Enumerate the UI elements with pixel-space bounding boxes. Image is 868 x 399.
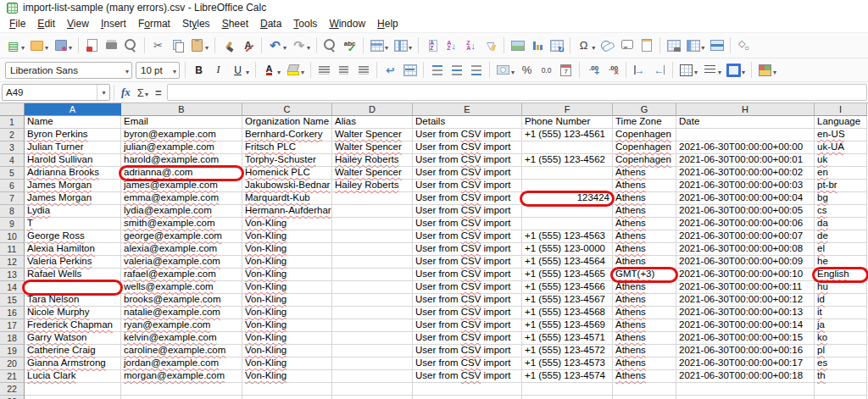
cell-G1[interactable]: Time Zone bbox=[613, 116, 676, 129]
redo-button[interactable] bbox=[290, 37, 312, 54]
cell-B10[interactable]: george@example.com bbox=[121, 230, 242, 243]
cell-A5[interactable]: Adrianna Brooks bbox=[25, 167, 121, 180]
cell-D15[interactable] bbox=[332, 294, 413, 307]
cell-B6[interactable]: james@example.com bbox=[121, 180, 242, 192]
cell-B5[interactable]: adrianna@.com bbox=[121, 167, 242, 180]
cut-button[interactable] bbox=[149, 37, 167, 53]
hyperlink-button[interactable] bbox=[598, 37, 616, 53]
cell-F3[interactable] bbox=[522, 141, 613, 154]
cell-C21[interactable]: Von-Kling bbox=[242, 370, 332, 383]
cell-F1[interactable]: Phone Number bbox=[522, 116, 613, 129]
cell-C11[interactable]: Von-Kling bbox=[242, 243, 332, 256]
cell-E23[interactable] bbox=[413, 396, 522, 399]
cell-A16[interactable]: Nicole Murphy bbox=[25, 307, 121, 319]
cell-A21[interactable]: Lucia Clark bbox=[25, 370, 121, 383]
name-box[interactable]: A49 bbox=[2, 84, 110, 101]
cell-C3[interactable]: Fritsch PLC bbox=[242, 141, 332, 154]
cell-B3[interactable]: julian@example.com bbox=[121, 141, 242, 154]
cell-G14[interactable]: Athens bbox=[613, 281, 676, 294]
cell-D13[interactable] bbox=[332, 269, 413, 281]
cell-A1[interactable]: Name bbox=[25, 116, 121, 129]
insert-image-button[interactable] bbox=[509, 37, 526, 53]
cell-B19[interactable]: caroline@example.com bbox=[121, 345, 242, 357]
cell-C13[interactable]: Von-Kling bbox=[242, 269, 332, 281]
cell-B13[interactable]: rafael@example.com bbox=[121, 269, 242, 281]
cell-F20[interactable]: +1 (555) 123-4573 bbox=[522, 357, 613, 370]
cell-H14[interactable]: 2021-06-30T00:00:00+00:11 bbox=[676, 281, 815, 294]
cell-G16[interactable]: Athens bbox=[613, 307, 676, 319]
headers-footers-button[interactable] bbox=[637, 37, 655, 53]
save-dropdown[interactable] bbox=[68, 38, 72, 53]
cell-C2[interactable]: Bernhard-Corkery bbox=[242, 129, 332, 141]
cell-F16[interactable]: +1 (555) 123-4568 bbox=[522, 307, 613, 319]
row-header-3[interactable]: 3 bbox=[0, 141, 25, 154]
cell-I7[interactable]: bg bbox=[815, 192, 867, 205]
increase-indent-button[interactable] bbox=[631, 62, 648, 78]
cell-A6[interactable]: James Morgan bbox=[25, 180, 121, 192]
cell-E10[interactable]: User from CSV import bbox=[413, 230, 522, 243]
cell-B14[interactable]: wells@example.com bbox=[121, 281, 242, 294]
cell-D20[interactable] bbox=[332, 357, 413, 370]
cell-H6[interactable]: 2021-06-30T00:00:00+00:03 bbox=[676, 180, 815, 192]
merge-cells-button[interactable] bbox=[401, 62, 419, 78]
cell-C12[interactable]: Von-Kling bbox=[242, 256, 332, 269]
cell-A7[interactable]: James Morgan bbox=[25, 192, 121, 205]
cell-I12[interactable]: he bbox=[815, 256, 867, 269]
select-function-dropdown[interactable] bbox=[144, 86, 148, 99]
cell-B15[interactable]: brooks@example.com bbox=[121, 294, 242, 307]
menu-edit[interactable]: Edit bbox=[31, 16, 61, 31]
percent-button[interactable] bbox=[518, 62, 536, 78]
cell-D10[interactable] bbox=[332, 230, 413, 243]
cell-G4[interactable]: Copenhagen bbox=[613, 154, 676, 167]
cell-E9[interactable]: User from CSV import bbox=[413, 218, 522, 230]
insert-chart-button[interactable] bbox=[528, 37, 546, 53]
clone-formatting-button[interactable] bbox=[220, 37, 237, 53]
cell-A10[interactable]: George Ross bbox=[25, 230, 121, 243]
cell-E11[interactable]: User from CSV import bbox=[413, 243, 522, 256]
cell-G8[interactable]: Athens bbox=[613, 205, 676, 218]
row-header-19[interactable]: 19 bbox=[0, 345, 25, 357]
cell-G19[interactable]: Athens bbox=[613, 345, 676, 357]
cell-A20[interactable]: Gianna Armstrong bbox=[25, 357, 121, 370]
cell-A11[interactable]: Alexia Hamilton bbox=[25, 243, 121, 256]
cell-H1[interactable]: Date bbox=[676, 116, 815, 129]
cell-A22[interactable] bbox=[25, 383, 121, 396]
cell-B1[interactable]: Email bbox=[121, 116, 242, 129]
cell-E17[interactable]: User from CSV import bbox=[413, 319, 522, 332]
cell-G18[interactable]: Athens bbox=[613, 332, 676, 345]
cell-E21[interactable]: User from CSV import bbox=[413, 370, 522, 383]
sort-ascending-button[interactable] bbox=[442, 37, 460, 53]
cell-B17[interactable]: ryan@example.com bbox=[121, 319, 242, 332]
cell-F21[interactable]: +1 (555) 123-4574 bbox=[522, 370, 613, 383]
row-header-11[interactable]: 11 bbox=[0, 243, 25, 256]
row-header-13[interactable]: 13 bbox=[0, 269, 25, 281]
cell-C20[interactable]: Von-Kling bbox=[242, 357, 332, 370]
cell-E3[interactable]: User from CSV import bbox=[413, 141, 522, 154]
cell-E20[interactable]: User from CSV import bbox=[413, 357, 522, 370]
insert-pivot-table-button[interactable] bbox=[548, 37, 565, 53]
align-bottom-button[interactable] bbox=[467, 62, 485, 78]
undo-dropdown[interactable] bbox=[282, 38, 287, 53]
cell-F5[interactable] bbox=[522, 167, 613, 180]
cell-G5[interactable]: Athens bbox=[613, 167, 676, 180]
cell-E6[interactable]: User from CSV import bbox=[413, 180, 522, 192]
cell-D1[interactable]: Alias bbox=[332, 116, 413, 129]
cell-A15[interactable]: Tara Nelson bbox=[25, 294, 121, 307]
cell-I20[interactable]: es bbox=[815, 357, 867, 370]
menu-view[interactable]: View bbox=[61, 16, 95, 31]
cell-B16[interactable]: natalie@example.com bbox=[121, 307, 242, 319]
cell-E1[interactable]: Details bbox=[413, 116, 522, 129]
cell-A9[interactable]: T bbox=[25, 218, 121, 230]
cell-F13[interactable]: +1 (555) 123-4565 bbox=[522, 269, 613, 281]
cell-D4[interactable]: Hailey Roberts bbox=[332, 154, 413, 167]
cell-B12[interactable]: valeria@example.com bbox=[121, 256, 242, 269]
open-button[interactable] bbox=[28, 37, 50, 54]
cell-H10[interactable]: 2021-06-30T00:00:00+00:07 bbox=[676, 230, 815, 243]
cell-G15[interactable]: Athens bbox=[613, 294, 676, 307]
cell-G21[interactable]: Athens bbox=[613, 370, 676, 383]
cell-C5[interactable]: Homenick PLC bbox=[242, 167, 332, 180]
cell-B20[interactable]: jordan@example.com bbox=[121, 357, 242, 370]
cell-F4[interactable]: +1 (555) 123-4562 bbox=[522, 154, 613, 167]
menu-data[interactable]: Data bbox=[254, 16, 287, 31]
cell-A18[interactable]: Garry Watson bbox=[25, 332, 121, 345]
